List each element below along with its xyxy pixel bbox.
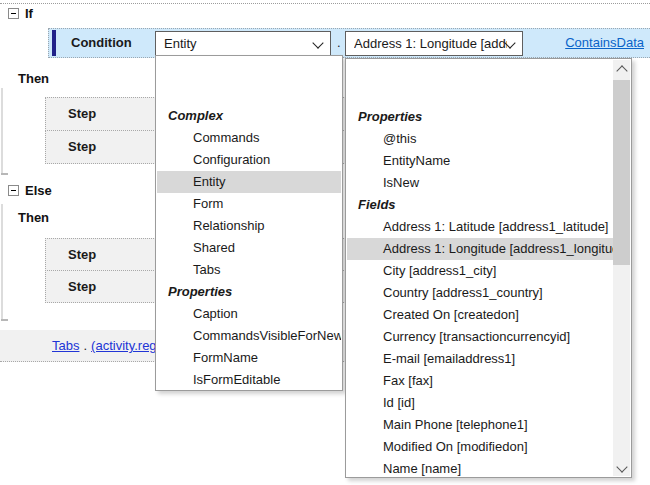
dropdown-item[interactable]: Country [address1_country] [347,282,613,304]
dropdown-item[interactable]: Fax [fax] [347,370,613,392]
dropdown-item[interactable]: Address 1: Latitude [address1_latitude] [347,216,613,238]
else-label: Else [25,183,52,198]
scrollbar-thumb[interactable] [613,80,630,265]
condition-row[interactable]: Condition Entity . Address 1: Longitude … [48,28,650,58]
condition-label: Condition [71,29,132,57]
field-dropdown-panel: Properties @this EntityName IsNew Fields… [345,58,632,478]
scroll-up-button[interactable] [613,60,630,77]
else-block-header: Else [8,183,52,198]
dropdown-item[interactable]: CommandsVisibleForNew [157,325,341,347]
dropdown-item[interactable]: Modified On [modifiedon] [347,436,613,458]
dot-separator: . [83,338,87,353]
dropdown-header: Complex [157,105,341,127]
if-label: If [25,6,33,21]
dropdown-item[interactable]: Caption [157,303,341,325]
dropdown-item[interactable]: Shared [157,237,341,259]
dropdown-item[interactable]: IsNew [347,172,613,194]
dropdown-item[interactable]: City [address1_city] [347,260,613,282]
tree-line [1,319,8,321]
dropdown-item[interactable]: Id [id] [347,392,613,414]
rule-editor: If Condition Entity . Address 1: Longitu… [0,0,650,485]
field-combobox[interactable]: Address 1: Longitude [address1_longitude… [345,31,523,56]
tree-line [1,173,8,175]
then-label: Then [18,71,49,86]
entity-combobox[interactable]: Entity [155,31,331,56]
collapse-icon[interactable] [8,8,19,19]
tree-line [1,88,3,174]
dropdown-item-selected[interactable]: Address 1: Longitude [address1_longitude… [347,238,613,260]
field-combobox-value: Address 1: Longitude [address1_longitude… [354,32,507,55]
dropdown-item-selected[interactable]: Entity [157,171,341,193]
dropdown-item[interactable]: E-mail [emailaddress1] [347,348,613,370]
dropdown-item[interactable]: Form [157,193,341,215]
dropdown-item[interactable]: Tabs [157,259,341,281]
dropdown-item[interactable]: IsFormEditable [157,369,341,391]
selection-bar [52,30,56,56]
dropdown-item[interactable]: Created On [createdon] [347,304,613,326]
chevron-down-icon [616,461,627,472]
dropdown-header: Properties [157,281,341,303]
dropdown-header: Properties [347,106,613,128]
chevron-up-icon [616,65,627,76]
entity-dropdown-panel: Complex Commands Configuration Entity Fo… [155,55,343,391]
dropdown-item[interactable]: Currency [transactioncurrencyid] [347,326,613,348]
entity-combobox-value: Entity [164,32,315,55]
dropdown-header: Fields [347,194,613,216]
then-label: Then [18,210,49,225]
dropdown-item[interactable]: FormName [157,347,341,369]
dropdown-item[interactable]: Configuration [157,149,341,171]
tree-line [1,204,3,320]
dropdown-item[interactable]: Relationship [157,215,341,237]
scroll-down-button[interactable] [613,459,630,476]
dot-separator: . [337,29,341,57]
dropdown-item[interactable]: Name [name] [347,458,613,478]
dropdown-item[interactable]: Commands [157,127,341,149]
dropdown-item[interactable]: EntityName [347,150,613,172]
if-block-header: If [8,6,33,21]
dropdown-item[interactable]: @this [347,128,613,150]
collapse-icon[interactable] [8,185,19,196]
contains-data-link[interactable]: ContainsData [565,29,644,57]
dropdown-item[interactable]: Main Phone [telephone1] [347,414,613,436]
top-divider [0,3,650,4]
tabs-link[interactable]: Tabs [52,338,79,353]
scrollbar-track[interactable] [613,60,630,476]
